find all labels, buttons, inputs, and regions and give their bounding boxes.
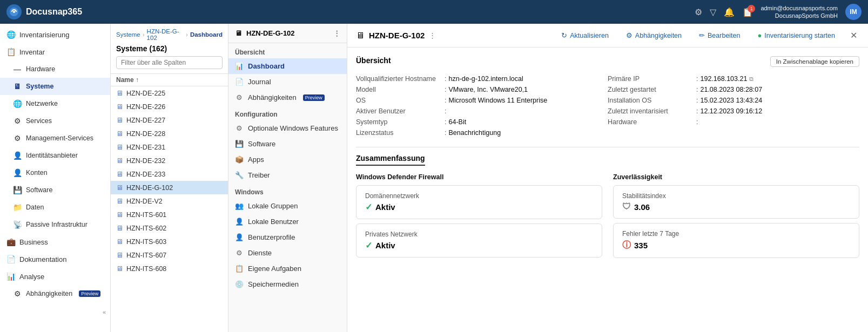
nav-item-eigene-aufgaben[interactable]: 📋 Eigene Aufgaben xyxy=(228,261,347,276)
sidebar-item-passive-infra[interactable]: 📡 Passive Infrastruktur xyxy=(0,216,110,233)
breadcrumb-hzn[interactable]: HZN-DE-G-102 xyxy=(147,28,184,41)
system-row[interactable]: 🖥HZN-DE-V2 xyxy=(111,194,228,208)
system-row-icon: 🖥 xyxy=(116,251,123,259)
detail-nav-system-name: HZN-DE-G-102 xyxy=(246,29,295,37)
aktualisieren-button[interactable]: ↻ Aktualisieren xyxy=(557,29,613,42)
system-row[interactable]: 🖥HZN-DE-225 xyxy=(111,86,228,100)
sidebar-item-management-services[interactable]: ⚙ Management-Services xyxy=(0,130,110,147)
system-rows: 🖥HZN-DE-225🖥HZN-DE-226🖥HZN-DE-227🖥HZN-DE… xyxy=(111,86,228,332)
detail-nav-system-icon: 🖥 xyxy=(235,29,242,37)
sidebar-item-analyse[interactable]: 📊 Analyse xyxy=(0,268,110,285)
sidebar-collapse-button[interactable]: « xyxy=(103,309,106,315)
svg-point-1 xyxy=(13,11,15,13)
inventarisierung-starten-button[interactable]: ● Inventarisierung starten xyxy=(753,29,840,42)
nav-item-apps-label: Apps xyxy=(248,155,264,164)
sidebar-item-services-label: Services xyxy=(26,117,52,125)
system-row-icon: 🖥 xyxy=(116,238,123,246)
settings-icon[interactable]: ⚙ xyxy=(695,7,702,17)
sidebar-item-abhaengigkeiten[interactable]: ⚙ Abhängigkeiten Preview xyxy=(0,285,110,302)
system-row-icon: 🖥 xyxy=(116,143,123,151)
konten-icon: 👤 xyxy=(13,168,22,177)
nav-item-journal[interactable]: 📄 Journal xyxy=(228,74,347,90)
nav-item-lokale-gruppen[interactable]: 👥 Lokale Gruppen xyxy=(228,198,347,214)
system-row-icon: 🖥 xyxy=(116,157,123,165)
notification-icon[interactable]: 🔔 xyxy=(724,7,735,17)
sidebar-item-inventar[interactable]: 📋 Inventar xyxy=(0,43,110,60)
copy-button[interactable]: In Zwischenablage kopieren xyxy=(770,56,859,67)
nav-item-benutzerprofile[interactable]: 👤 Benutzerprofile xyxy=(228,229,347,245)
shield-icon: 🛡 xyxy=(622,202,631,212)
bearbeiten-button[interactable]: ✏ Bearbeiten xyxy=(695,29,744,42)
nav-item-software[interactable]: 💾 Software xyxy=(228,136,347,152)
summary-grid: Windows Defender Firewall Domänennetzwer… xyxy=(356,173,859,262)
profiles-icon: 👤 xyxy=(235,233,244,241)
dep-action-icon: ⚙ xyxy=(626,31,633,39)
nav-item-dashboard[interactable]: 📊 Dashboard xyxy=(228,58,347,74)
nav-item-dienste[interactable]: ⚙ Dienste xyxy=(228,245,347,261)
filter-input[interactable] xyxy=(116,56,223,69)
system-row[interactable]: 🖥HZN-DE-226 xyxy=(111,100,228,113)
lizenz-label: Lizenzstatus xyxy=(356,129,442,137)
sidebar-item-hardware[interactable]: — Hardware xyxy=(0,60,110,78)
sidebar-item-konten[interactable]: 👤 Konten xyxy=(0,164,110,181)
system-row[interactable]: 🖥HZN-ITS-601 xyxy=(111,208,228,221)
user-info: admin@docusnapsports.com DocusnapSports … xyxy=(761,4,838,20)
system-list-header: Systeme › HZN-DE-G-102 › Dashboard Syste… xyxy=(111,24,228,74)
sidebar-item-business-label: Business xyxy=(19,238,48,246)
sidebar-item-inventarisierung[interactable]: 🌐 Inventarisierung xyxy=(0,26,110,43)
content-more-icon[interactable]: ⋮ xyxy=(429,31,436,39)
system-row[interactable]: 🖥HZN-ITS-608 xyxy=(111,262,228,275)
sidebar-item-analyse-label: Analyse xyxy=(19,273,44,281)
nav-item-windows-label: Optionale Windows Features xyxy=(248,124,338,132)
clipboard-icon: 📋 xyxy=(6,48,15,56)
content-system-title: HZN-DE-G-102 xyxy=(369,31,425,40)
sidebar-item-netzwerke[interactable]: 🌐 Netzwerke xyxy=(0,95,110,112)
nav-item-treiber[interactable]: 🔧 Treiber xyxy=(228,167,347,183)
filter-icon[interactable]: ▽ xyxy=(710,7,716,17)
close-button[interactable]: ✕ xyxy=(848,28,859,43)
system-row[interactable]: 🖥HZN-DE-233 xyxy=(111,167,228,181)
nav-item-apps[interactable]: 📦 Apps xyxy=(228,152,347,167)
breadcrumb-systeme[interactable]: Systeme xyxy=(116,31,140,38)
topbar-left: Docusnap365 xyxy=(6,4,82,19)
sidebar-item-daten[interactable]: 📁 Daten xyxy=(0,199,110,216)
sidebar-item-abhaengigkeiten-label: Abhängigkeiten xyxy=(26,290,72,297)
system-row[interactable]: 🖥HZN-DE-227 xyxy=(111,113,228,127)
nav-item-aufgaben-label: Eigene Aufgaben xyxy=(248,265,301,273)
detail-nav: 🖥 HZN-DE-G-102 ⋮ Übersicht 📊 Dashboard 📄… xyxy=(228,24,347,332)
abhaengigkeiten-label: Abhängigkeiten xyxy=(635,32,682,39)
info-row-modell: Modell : VMware, Inc. VMware20,1 xyxy=(356,84,608,95)
sidebar-item-services[interactable]: ⚙ Services xyxy=(0,112,110,130)
clipboard-icon[interactable]: 📋 1 xyxy=(742,7,753,17)
info-row-ip: Primäre IP : 192.168.103.21 ⧉ xyxy=(608,73,859,84)
system-row[interactable]: 🖥HZN-DE-228 xyxy=(111,127,228,140)
user-avatar[interactable]: IM xyxy=(845,4,862,20)
system-row[interactable]: 🖥HZN-DE-G-102 xyxy=(111,181,228,194)
system-row-icon: 🖥 xyxy=(116,265,123,273)
dep-preview-badge: Preview xyxy=(303,94,325,101)
system-row[interactable]: 🖥HZN-ITS-603 xyxy=(111,235,228,248)
nav-item-lokale-benutzer[interactable]: 👤 Lokale Benutzer xyxy=(228,214,347,229)
sidebar-item-business[interactable]: 💼 Business xyxy=(0,233,110,250)
domaenennetzwerk-label: Domänennetzwerk xyxy=(365,192,593,200)
system-row[interactable]: 🖥HZN-ITS-607 xyxy=(111,248,228,262)
col-header-name: Name ↑ xyxy=(111,74,228,86)
abhaengigkeiten-button[interactable]: ⚙ Abhängigkeiten xyxy=(622,29,686,42)
system-row[interactable]: 🖥HZN-DE-232 xyxy=(111,154,228,167)
data-icon: 📁 xyxy=(13,203,22,212)
ip-copy-icon[interactable]: ⧉ xyxy=(749,76,753,83)
sidebar-item-systeme[interactable]: 🖥 Systeme xyxy=(0,78,110,95)
sidebar-item-dokumentation[interactable]: 📄 Dokumentation xyxy=(0,250,110,268)
system-row[interactable]: 🖥HZN-ITS-602 xyxy=(111,221,228,235)
sidebar-item-konten-label: Konten xyxy=(26,169,48,177)
nav-item-optionale-windows[interactable]: ⚙ Optionale Windows Features xyxy=(228,120,347,136)
sidebar-item-identitaetsanbieter[interactable]: 👤 Identitätsanbieter xyxy=(0,147,110,164)
info-row-benutzer: Aktiver Benutzer : xyxy=(356,106,608,117)
sidebar-item-software[interactable]: 💾 Software xyxy=(0,181,110,199)
detail-nav-more-icon[interactable]: ⋮ xyxy=(333,29,340,37)
info-col-right: Primäre IP : 192.168.103.21 ⧉ Zuletzt ge… xyxy=(608,73,859,138)
system-row[interactable]: 🖥HZN-DE-231 xyxy=(111,140,228,154)
aufgaben-icon: 📋 xyxy=(235,265,244,273)
nav-item-speichermedien[interactable]: 💿 Speichermedien xyxy=(228,276,347,292)
nav-item-abhaengigkeiten[interactable]: ⚙ Abhängigkeiten Preview xyxy=(228,90,347,105)
